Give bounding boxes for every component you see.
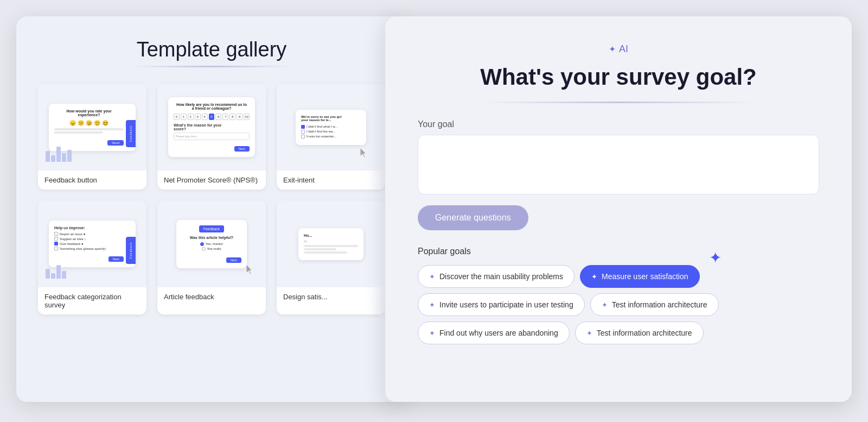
cursor-icon xyxy=(358,147,369,160)
card-feedback-categorization[interactable]: Help us improve: Report an issue ● Sugge… xyxy=(38,200,146,314)
card-label-design: Design satis... xyxy=(277,287,385,306)
mini-next-btn: Next xyxy=(234,146,250,152)
card-label-exit: Exit-intent xyxy=(277,171,385,190)
goals-row-1: ✦ Discover the main usability problems ✦… xyxy=(418,265,819,288)
checkbox-row: Give feedback ● xyxy=(54,242,124,245)
mini-next-btn3: Next xyxy=(226,257,241,263)
feedback-tab-2: Feedback xyxy=(126,237,136,264)
text-line xyxy=(304,245,358,247)
card-design-satisfaction[interactable]: Ho... de... Design satis... xyxy=(277,200,385,314)
card-preview-article: Feedback Was this article helpful? Yes, … xyxy=(157,200,266,287)
card-exit-intent[interactable]: We're sorry to see you go!your reason fo… xyxy=(277,84,385,190)
goal-chip-invite-testing[interactable]: ✦ Invite users to participate in user te… xyxy=(418,293,585,316)
gallery-divider xyxy=(130,66,293,67)
mini-send-btn: Send xyxy=(107,140,124,146)
chip-label-active: Measure user satisfaction xyxy=(602,272,688,281)
goals-row-2: ✦ Invite users to participate in user te… xyxy=(418,293,819,316)
chip-label: Discover the main usability problems xyxy=(439,272,563,281)
ai-survey-panel: ✦ AI What's your survey goal? Your goal … xyxy=(385,16,852,402)
template-gallery-panel: Template gallery How would you rate your… xyxy=(16,16,407,402)
mini-next-btn2: Next xyxy=(108,256,124,262)
ai-star-icon: ✦ xyxy=(609,44,616,54)
card-preview-categorization: Help us improve: Report an issue ● Sugge… xyxy=(38,200,146,287)
feedback-tab-text: Feedback xyxy=(129,125,132,142)
mini-nps-title: How likely are you to recommend us toa f… xyxy=(174,103,250,110)
mini-nps-row: 0 1 2 3 4 5 6 7 8 9 10 xyxy=(174,114,250,120)
card-preview-exit: We're sorry to see you go!your reason fo… xyxy=(277,84,385,171)
goal-chip-usability[interactable]: ✦ Discover the main usability problems xyxy=(418,265,575,288)
goal-textarea[interactable] xyxy=(418,135,819,194)
checkbox-row: I didn't find what I w... xyxy=(301,125,361,129)
mini-article-q: Was this article helpful? xyxy=(182,236,241,240)
chip-label-test-ia-1: Test information architecture xyxy=(612,300,707,309)
card-label-article: Article feedback xyxy=(157,287,266,306)
checkbox-row: It was too experien... xyxy=(301,135,361,138)
radio-no: Not really xyxy=(182,247,241,251)
survey-goal-heading: What's your survey goal? xyxy=(480,64,756,91)
card-preview-nps: How likely are you to recommend us toa f… xyxy=(157,84,266,171)
mini-graph-2 xyxy=(46,262,66,279)
ai-badge-text: AI xyxy=(619,43,628,55)
mini-graph xyxy=(46,146,72,162)
chip-star-icon-4: ✦ xyxy=(429,329,435,337)
card-preview-feedback: How would you rate yourexperience? 😠😕😐🙂😊… xyxy=(38,84,146,171)
text-line xyxy=(54,128,124,130)
chip-star-icon-3: ✦ xyxy=(602,301,608,309)
checkbox-row: Suggest an idea ○ xyxy=(54,237,124,241)
mini-cat-title: Help us improve: xyxy=(54,226,124,230)
cursor-icon-2 xyxy=(244,263,255,276)
generate-questions-button[interactable]: Generate questions xyxy=(418,205,528,230)
popular-goals-label: Popular goals xyxy=(418,247,819,256)
goal-chip-abandoning[interactable]: ✦ Find out why users are abandoning xyxy=(418,322,570,344)
chip-label-invite: Invite users to participate in user test… xyxy=(439,300,573,309)
checkbox-row: Something else (please specify) xyxy=(54,247,124,250)
goals-row-3: ✦ Find out why users are abandoning ✦ Te… xyxy=(418,322,819,344)
goal-label: Your goal xyxy=(418,119,819,129)
card-feedback-button[interactable]: How would you rate yourexperience? 😠😕😐🙂😊… xyxy=(38,84,146,190)
checkbox-row: Report an issue ● xyxy=(54,232,124,236)
text-line xyxy=(54,131,103,134)
text-line xyxy=(304,248,336,250)
ai-heading-divider xyxy=(483,102,754,103)
mini-feedback-badge: Feedback xyxy=(199,225,225,232)
feedback-tab: Feedback xyxy=(126,120,136,147)
chip-star-icon-5: ✦ xyxy=(586,329,592,337)
mini-design-sub: de... xyxy=(304,240,358,243)
card-label-feedback: Feedback button xyxy=(38,171,146,190)
checkbox-row: I didn't find the wa... xyxy=(301,130,361,134)
mini-exit-title: We're sorry to see you go!your reason fo… xyxy=(301,115,361,122)
goal-chip-test-ia-1[interactable]: ✦ Test information architecture xyxy=(590,293,719,316)
chip-star-icon: ✦ xyxy=(429,273,435,281)
text-line xyxy=(304,251,347,254)
gallery-grid: How would you rate yourexperience? 😠😕😐🙂😊… xyxy=(38,84,385,314)
card-label-nps: Net Promoter Score® (NPS®) xyxy=(157,171,266,190)
card-preview-design: Ho... de... xyxy=(277,200,385,287)
radio-yes: Yes, thanks! xyxy=(182,242,241,246)
ai-badge: ✦ AI xyxy=(609,43,628,55)
mini-followup: What's the reason for yourscore? xyxy=(174,123,250,131)
gallery-title: Template gallery xyxy=(38,38,385,61)
card-article-feedback[interactable]: Feedback Was this article helpful? Yes, … xyxy=(157,200,266,314)
emoji-row: 😠😕😐🙂😊 xyxy=(54,120,124,126)
chip-label-abandoning: Find out why users are abandoning xyxy=(439,329,558,337)
chip-star-icon-2: ✦ xyxy=(429,301,435,309)
sparkle-decoration: ✦ xyxy=(709,249,722,267)
card-nps[interactable]: How likely are you to recommend us toa f… xyxy=(157,84,266,190)
mini-input: Please type here... xyxy=(174,133,250,140)
goal-chip-test-ia-2[interactable]: ✦ Test information architecture xyxy=(575,322,704,344)
goals-grid: ✦ ✦ Discover the main usability problems… xyxy=(418,265,819,344)
mini-title: How would you rate yourexperience? xyxy=(54,109,124,117)
chip-label-test-ia-2: Test information architecture xyxy=(597,329,692,337)
chip-star-icon-active: ✦ xyxy=(591,273,597,281)
feedback-tab-text-2: Feedback xyxy=(129,242,132,259)
card-label-categorization: Feedback categorization survey xyxy=(38,287,146,314)
goal-chip-satisfaction[interactable]: ✦ Measure user satisfaction xyxy=(580,265,700,288)
mini-design-title: Ho... xyxy=(304,234,358,237)
